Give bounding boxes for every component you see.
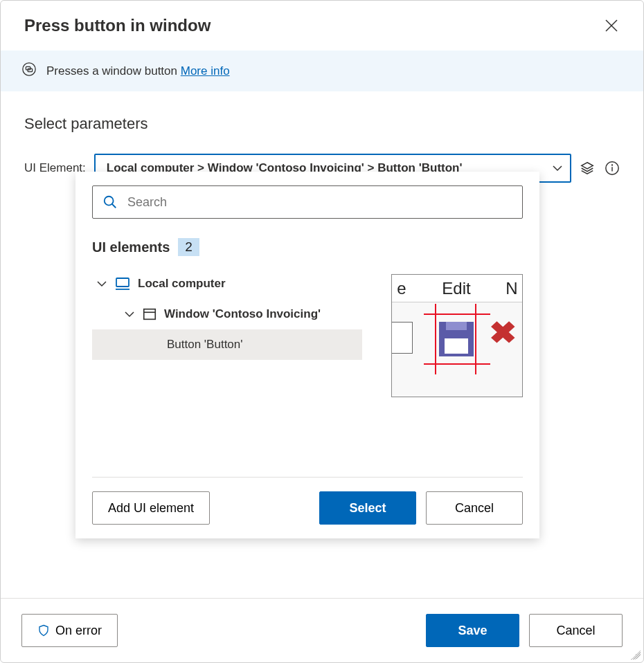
on-error-button[interactable]: On error: [21, 614, 118, 647]
chevron-down-icon: [96, 278, 107, 289]
resize-grip[interactable]: [631, 650, 641, 660]
svg-rect-10: [144, 309, 156, 320]
more-info-link[interactable]: More info: [181, 64, 230, 78]
preview-menubar: e Edit N: [392, 275, 522, 302]
svg-point-6: [105, 197, 114, 206]
close-icon: [605, 19, 618, 32]
svg-rect-8: [116, 278, 129, 287]
save-button[interactable]: Save: [426, 614, 519, 647]
svg-point-0: [23, 63, 35, 75]
flow-action-icon: [21, 62, 37, 80]
ui-elements-heading: UI elements 2: [92, 238, 523, 256]
window-icon: [142, 307, 157, 322]
info-banner: Presses a window button More info: [1, 51, 643, 91]
dialog-header: Press button in window: [1, 1, 643, 51]
preview-menu-center: Edit: [411, 279, 501, 298]
search-input[interactable]: [126, 194, 512, 210]
preview-new-file-icon: [392, 322, 413, 354]
section-title: Select parameters: [24, 115, 620, 133]
dialog-press-button-in-window: Press button in window Presses a window …: [0, 0, 644, 663]
search-box[interactable]: [92, 185, 523, 219]
element-preview: e Edit N ✖: [391, 274, 523, 397]
preview-menu-right: N: [501, 279, 522, 298]
on-error-label: On error: [55, 624, 102, 638]
ui-element-dropdown: UI elements 2 Local computer Window 'Con…: [75, 172, 539, 538]
dialog-footer: On error Save Cancel: [1, 598, 643, 662]
tree-node-button[interactable]: Button 'Button': [92, 329, 362, 360]
dropdown-cancel-button[interactable]: Cancel: [426, 491, 523, 525]
chevron-down-icon: [124, 309, 135, 320]
preview-delete-icon: ✖: [489, 319, 519, 351]
tree-label-window: Window 'Contoso Invoicing': [164, 307, 321, 321]
ui-elements-count: 2: [178, 238, 199, 256]
computer-icon: [114, 275, 131, 292]
dropdown-footer: Add UI element Select Cancel: [92, 477, 523, 525]
tree-label-button: Button 'Button': [167, 338, 243, 352]
dialog-title: Press button in window: [24, 16, 211, 35]
param-info-button[interactable]: [605, 161, 620, 176]
ui-elements-label: UI elements: [92, 239, 170, 255]
svg-line-7: [112, 204, 116, 208]
info-icon: [605, 161, 620, 176]
ui-element-picker-button[interactable]: [580, 161, 595, 176]
banner-text: Presses a window button: [46, 64, 177, 78]
close-button[interactable]: [599, 13, 624, 38]
shield-icon: [37, 624, 50, 637]
highlight-box: [435, 314, 476, 365]
preview-menu-left: e: [392, 279, 411, 298]
dialog-body: Select parameters UI Element: Local comp…: [1, 91, 643, 598]
add-ui-element-button[interactable]: Add UI element: [92, 491, 210, 525]
chevron-down-icon: [552, 163, 563, 174]
layers-icon: [580, 161, 595, 176]
search-icon: [102, 194, 118, 210]
tree-label-root: Local computer: [138, 277, 226, 291]
svg-point-5: [612, 165, 613, 165]
select-button[interactable]: Select: [319, 491, 416, 525]
cancel-button[interactable]: Cancel: [529, 614, 623, 647]
